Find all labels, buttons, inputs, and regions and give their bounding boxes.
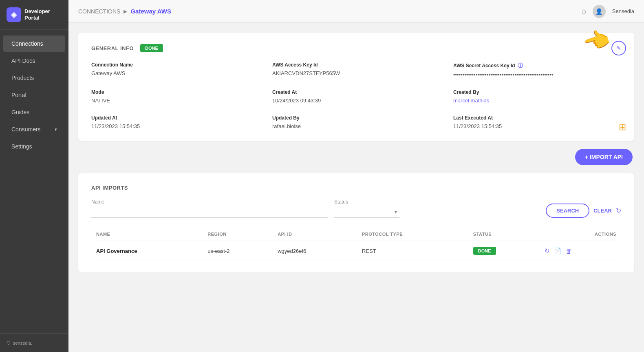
field-value: 11/23/2023 15:54:35 [91, 123, 259, 129]
sensedia-logo: ⬡ sensedia. [7, 340, 32, 345]
table-header-row: NAME REGION API ID PROTOCOL TYPE STATUS … [91, 228, 621, 241]
status-badge-done: DONE [140, 44, 163, 52]
row-actions: ↻ 📄 🗑 [545, 247, 616, 255]
status-filter-select[interactable]: DONE PENDING ERROR [334, 206, 399, 218]
field-label: Connection Name [91, 62, 259, 68]
sidebar-item-guides[interactable]: Guides [3, 104, 65, 120]
field-value: Gateway AWS [91, 70, 259, 76]
content-area: 👈 GENERAL INFO DONE ✎ ⊞ Connection Name … [68, 23, 644, 352]
field-value: 10/24/2023 09:43:39 [272, 97, 440, 104]
col-region: REGION [203, 228, 273, 241]
avatar: 👤 [593, 5, 606, 18]
field-value: ••••••••••••••••••••••••••••••••••••••••… [453, 72, 621, 78]
status-filter-label: Status [334, 199, 399, 205]
field-value: 11/23/2023 15:54:35 [453, 123, 621, 129]
sidebar-item-consumers[interactable]: Consumers ▾ [3, 121, 65, 137]
field-label: Created At [272, 89, 440, 95]
sidebar-nav: Connections API Docs Products Portal Gui… [0, 30, 68, 333]
sidebar: ◈ Developer Portal Connections API Docs … [0, 0, 68, 352]
sync-icon-button[interactable]: ↻ [545, 247, 550, 255]
filter-actions: SEARCH CLEAR ↻ [546, 204, 621, 218]
table-row: API Governance us-east-2 wgyed26ef6 REST… [91, 241, 621, 261]
field-mode: Mode NATIVE [91, 89, 259, 104]
api-imports-title: API IMPORTS [91, 185, 621, 191]
info-icon[interactable]: ⓘ [518, 62, 523, 69]
sidebar-item-label: API Docs [11, 58, 35, 64]
field-created-by: Created By marcel.mathias [453, 89, 621, 104]
clear-button[interactable]: CLEAR [593, 208, 612, 214]
info-grid: Connection Name Gateway AWS AWS Access K… [91, 62, 621, 129]
breadcrumb: CONNECTIONS ▶ Gateway AWS [78, 8, 171, 15]
refresh-icon-button[interactable]: ↻ [616, 207, 621, 215]
cell-api-id: wgyed26ef6 [273, 241, 357, 261]
cell-status: DONE [468, 241, 540, 261]
document-icon-button[interactable]: 📄 [554, 247, 562, 255]
search-button[interactable]: SEARCH [546, 204, 589, 218]
field-label: AWS Secret Access Key Id ⓘ [453, 62, 621, 69]
field-value: marcel.mathias [453, 97, 621, 104]
field-value: AKIARCVDN27STFYP565W [272, 70, 440, 76]
status-badge: DONE [473, 247, 496, 255]
field-updated-by: Updated By rafael.bloise [272, 115, 440, 129]
col-name: NAME [91, 228, 203, 241]
sidebar-item-consumers-left: Consumers [11, 126, 41, 133]
cell-region: us-east-2 [203, 241, 273, 261]
status-select-wrapper: DONE PENDING ERROR ▾ [334, 206, 399, 218]
sidebar-item-connections[interactable]: Connections [3, 35, 65, 52]
api-imports-table-container: NAME REGION API ID PROTOCOL TYPE STATUS … [91, 228, 621, 261]
cell-actions: ↻ 📄 🗑 [540, 241, 621, 261]
field-connection-name: Connection Name Gateway AWS [91, 62, 259, 78]
expand-icon[interactable]: ⊞ [619, 122, 626, 133]
table-body: API Governance us-east-2 wgyed26ef6 REST… [91, 241, 621, 261]
field-value: NATIVE [91, 97, 259, 104]
logo-icon: ◈ [7, 7, 21, 22]
chevron-down-icon: ▾ [55, 127, 57, 132]
name-filter-label: Name [91, 199, 328, 205]
field-updated-at: Updated At 11/23/2023 15:54:35 [91, 115, 259, 129]
field-label: Updated At [91, 115, 259, 121]
field-value: rafael.bloise [272, 123, 440, 129]
delete-icon-button[interactable]: 🗑 [566, 248, 572, 255]
sidebar-item-label: Portal [11, 92, 26, 98]
sidebar-logo: ◈ Developer Portal [0, 0, 68, 30]
cell-protocol-type: REST [357, 241, 468, 261]
field-last-executed-at: Last Executed At 11/23/2023 15:54:35 [453, 115, 621, 129]
col-status: STATUS [468, 228, 540, 241]
breadcrumb-separator: ▶ [124, 9, 127, 14]
edit-button[interactable]: ✎ [611, 41, 626, 55]
general-info-card: 👈 GENERAL INFO DONE ✎ ⊞ Connection Name … [78, 33, 634, 141]
sidebar-item-portal[interactable]: Portal [3, 87, 65, 103]
field-label: Updated By [272, 115, 440, 121]
status-filter-group: Status DONE PENDING ERROR ▾ [334, 199, 399, 218]
name-filter-input[interactable] [91, 206, 328, 218]
field-label: AWS Access Key Id [272, 62, 440, 68]
sidebar-item-products[interactable]: Products [3, 70, 65, 86]
field-aws-secret-access-key: AWS Secret Access Key Id ⓘ •••••••••••••… [453, 62, 621, 78]
breadcrumb-current: Gateway AWS [130, 8, 171, 15]
field-aws-access-key-id: AWS Access Key Id AKIARCVDN27STFYP565W [272, 62, 440, 78]
breadcrumb-parent[interactable]: CONNECTIONS [78, 8, 120, 15]
section-header: GENERAL INFO DONE [91, 44, 621, 52]
field-label: Last Executed At [453, 115, 621, 121]
field-created-at: Created At 10/24/2023 09:43:39 [272, 89, 440, 104]
import-api-button[interactable]: + IMPORT API [575, 149, 633, 165]
username-label: Sensedia [612, 8, 634, 14]
sidebar-footer: ⬡ sensedia. [0, 333, 68, 352]
sidebar-item-api-docs[interactable]: API Docs [3, 53, 65, 69]
api-imports-table: NAME REGION API ID PROTOCOL TYPE STATUS … [91, 228, 621, 261]
sidebar-item-settings[interactable]: Settings [3, 138, 65, 155]
sidebar-item-label: Consumers [11, 126, 41, 133]
sidebar-item-label: Connections [11, 40, 43, 47]
topbar-right: ⌂ 👤 Sensedia [582, 5, 634, 18]
home-icon[interactable]: ⌂ [582, 7, 586, 15]
general-info-title: GENERAL INFO [91, 45, 134, 51]
main-area: CONNECTIONS ▶ Gateway AWS ⌂ 👤 Sensedia 👈… [68, 0, 644, 352]
sidebar-item-label: Products [11, 75, 34, 81]
logo-text: Developer Portal [24, 8, 50, 21]
filter-row: Name Status DONE PENDING ERROR ▾ [91, 199, 621, 218]
col-protocol-type: PROTOCOL TYPE [357, 228, 468, 241]
col-api-id: API ID [273, 228, 357, 241]
api-imports-card: API IMPORTS Name Status DONE PENDING ERR… [78, 173, 634, 272]
cell-name: API Governance [91, 241, 203, 261]
field-label: Mode [91, 89, 259, 95]
